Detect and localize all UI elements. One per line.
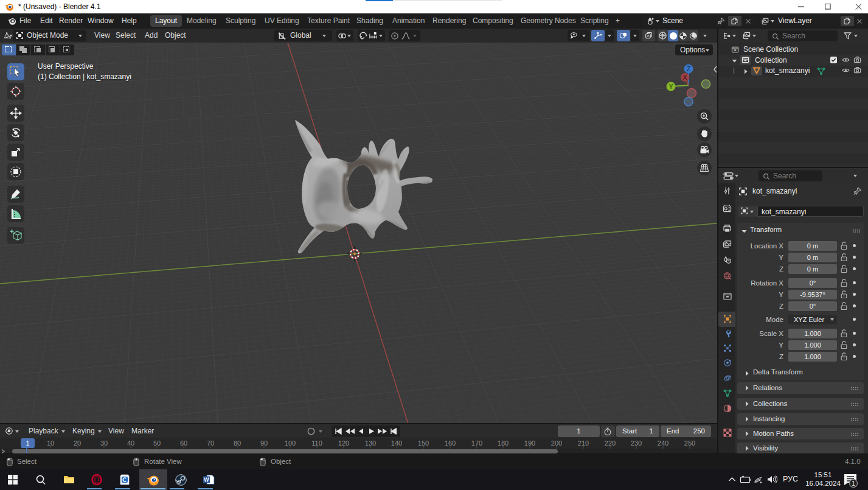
svg-text:X: X (683, 74, 687, 81)
svg-text:Z: Z (687, 66, 690, 72)
svg-text:1: 1 (852, 480, 855, 487)
svg-text:Y: Y (669, 83, 673, 90)
